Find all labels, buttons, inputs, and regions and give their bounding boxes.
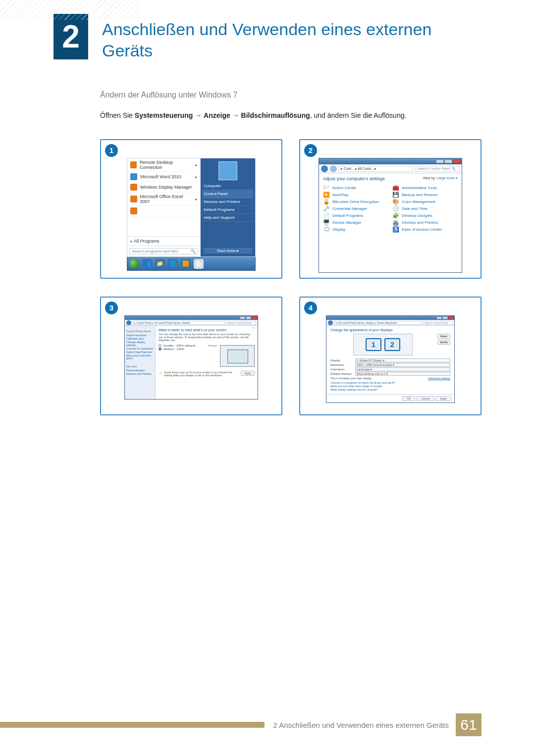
cp-item[interactable]: 🖵Display	[323, 226, 388, 233]
start-rlink-default-programs[interactable]: Default Programs	[203, 206, 253, 214]
apply-button[interactable]: Apply	[435, 396, 451, 401]
identify-button[interactable]: Identify	[437, 340, 450, 345]
forward-button-icon[interactable]	[330, 165, 337, 172]
cp-item[interactable]: ▶️AutoPlay	[323, 191, 388, 198]
app-icon	[130, 173, 137, 180]
all-programs-button[interactable]: ▸ All Programs	[127, 236, 200, 246]
breadcrumb-bar[interactable]: ▸ Cont... ▸ All Contr... ▸	[339, 166, 413, 172]
start-orb-icon[interactable]	[129, 259, 139, 269]
window-titlebar	[326, 316, 454, 320]
minimize-button[interactable]	[436, 159, 444, 163]
taskbar-icon[interactable]: 📁	[155, 259, 165, 269]
accessibility-icon: ♿	[392, 226, 399, 233]
start-menu-pinned-row[interactable]	[127, 206, 200, 216]
cp-item[interactable]: 🕒Date and Time	[392, 205, 458, 212]
side-link[interactable]: Connect to a projector	[126, 347, 154, 350]
cp-item[interactable]: 🖨️Devices and Printers	[392, 219, 458, 226]
start-menu-item[interactable]: Microsoft Office Excel 2007▸	[127, 193, 200, 206]
programs-icon: 📄	[323, 212, 330, 219]
side-link[interactable]: Devices and Printers	[126, 372, 154, 375]
resolution-select[interactable]: 1920 × 1080 (recommended) ▾	[355, 363, 450, 367]
close-button[interactable]	[453, 159, 461, 163]
cp-item[interactable]: 🎨Color Management	[392, 198, 458, 205]
maximize-button[interactable]	[442, 316, 448, 319]
projector-link[interactable]: Connect to a projector (or press the ⊞ k…	[330, 381, 450, 384]
side-panel: Control Panel Home Adjust resolution Cal…	[125, 326, 156, 399]
taskbar-icon[interactable]: 📄	[194, 259, 204, 269]
taskbar-icon[interactable]: 🌐	[168, 259, 178, 269]
submenu-arrow-icon: ▸	[195, 163, 197, 167]
clock-icon: 🕒	[392, 205, 399, 212]
which-settings-link[interactable]: What display settings should I choose?	[330, 388, 450, 391]
multiple-displays-select[interactable]: Show desktop only on 1 ▾	[355, 372, 450, 376]
search-input[interactable]: Search Control Panel	[423, 321, 453, 325]
cancel-button[interactable]: Cancel	[417, 396, 434, 401]
start-rlink-computer[interactable]: Computer	[203, 182, 253, 190]
chapter-number-badge: 2	[54, 14, 88, 59]
monitor-2-icon[interactable]: 2	[384, 338, 400, 351]
taskbar-icon[interactable]: 👥	[142, 259, 152, 269]
cp-item[interactable]: 📄Default Programs	[323, 212, 388, 219]
monitor-1-icon[interactable]: 1	[366, 338, 381, 351]
decorative-diagonal-lines	[0, 0, 139, 20]
search-input[interactable]: Search Control Panel 🔍	[415, 166, 460, 172]
viewby-dropdown[interactable]: Large icons ▾	[437, 176, 458, 180]
start-rlink-control-panel[interactable]: Control Panel	[203, 190, 253, 198]
side-link[interactable]: Adjust resolution	[126, 334, 154, 337]
cp-item[interactable]: 🧰Administrative Tools	[392, 184, 458, 191]
page-footer: 2 Anschließen und Verwenden eines extern…	[0, 713, 535, 736]
close-button[interactable]	[448, 316, 454, 319]
breadcrumb-bar[interactable]: ▸ All Control Panel Items ▸ Display ▸ Sc…	[334, 321, 422, 325]
device-manager-icon: 🖥️	[323, 219, 330, 226]
back-button-icon[interactable]	[126, 320, 131, 325]
cp-item[interactable]: 🏳️Action Center	[323, 184, 388, 191]
flag-icon: 🏳️	[323, 184, 330, 191]
help-icon[interactable]: ❔	[251, 327, 256, 331]
orientation-select[interactable]: Landscape ▾	[355, 367, 450, 371]
start-menu-item[interactable]: Remote Desktop Connection▸	[127, 158, 200, 172]
taskbar-icon[interactable]: 🟧	[181, 259, 191, 269]
cp-item[interactable]: ♿Ease of Access Center	[392, 226, 458, 233]
radio-medium[interactable]: Medium - 125%	[159, 348, 217, 351]
content-area: Ändern der Auflösung unter Windows 7 Öff…	[0, 61, 535, 415]
cp-heading-row: Adjust your computer's settings View by:…	[323, 176, 458, 181]
side-link[interactable]: Personalization	[126, 369, 154, 372]
side-link[interactable]: Adjust ClearType text	[126, 351, 154, 353]
panel-number-4: 4	[304, 302, 317, 314]
apply-button[interactable]: Apply	[241, 371, 255, 376]
minimize-button[interactable]	[436, 316, 442, 319]
window-titlebar	[319, 158, 462, 164]
side-link[interactable]: Calibrate color	[126, 337, 154, 340]
start-rlink-help[interactable]: Help and Support	[203, 214, 253, 222]
cp-item[interactable]: 🗝️Credential Manager	[323, 205, 388, 212]
maximize-button[interactable]	[444, 159, 452, 163]
shutdown-button[interactable]: Shut down ▸	[203, 247, 253, 254]
side-link[interactable]: Set custom text size (DPI)	[126, 354, 154, 360]
breadcrumb-bar[interactable]: ▸ Control Panel ▸ All Control Panel Item…	[133, 321, 225, 325]
cp-item[interactable]: 🔒BitLocker Drive Encryption	[323, 198, 388, 205]
back-button-icon[interactable]	[328, 320, 333, 325]
detect-button[interactable]: Detect	[437, 334, 450, 339]
close-button[interactable]	[252, 316, 257, 319]
cp-item[interactable]: 🖥️Device Manager	[323, 219, 388, 226]
cp-item[interactable]: 🧩Desktop Gadgets	[392, 212, 458, 219]
start-rlink-devices-printers[interactable]: Devices and Printers	[203, 198, 253, 206]
cp-item[interactable]: 💾Backup and Restore	[392, 191, 458, 198]
side-link[interactable]: Change display settings	[126, 341, 154, 347]
text-size-link[interactable]: Make text and other items larger or smal…	[330, 385, 450, 388]
app-icon	[130, 196, 137, 202]
minimize-button[interactable]	[240, 316, 245, 319]
ok-button[interactable]: OK	[402, 396, 415, 401]
start-search-input[interactable]: Search programs and files🔍	[129, 248, 198, 254]
panel-3-display-settings: 3 ▸ Control Panel ▸ All Control Panel It…	[100, 297, 282, 415]
maximize-button[interactable]	[246, 316, 251, 319]
start-menu-item[interactable]: Wireless Display Manager	[127, 182, 200, 193]
radio-smaller[interactable]: Smaller - 100% (default)Preview	[159, 344, 217, 347]
display-select[interactable]: 1. Mobile PC Display ▾	[355, 358, 450, 362]
display-window: ▸ Control Panel ▸ All Control Panel Item…	[124, 315, 258, 400]
advanced-settings-link[interactable]: Advanced settings	[428, 377, 450, 380]
back-button-icon[interactable]	[321, 165, 328, 172]
search-input[interactable]: Search Control Panel	[226, 321, 256, 325]
start-menu-item[interactable]: Microsoft Word 2010▸	[127, 172, 200, 182]
monitor-arrangement[interactable]: 1 2	[353, 334, 413, 355]
